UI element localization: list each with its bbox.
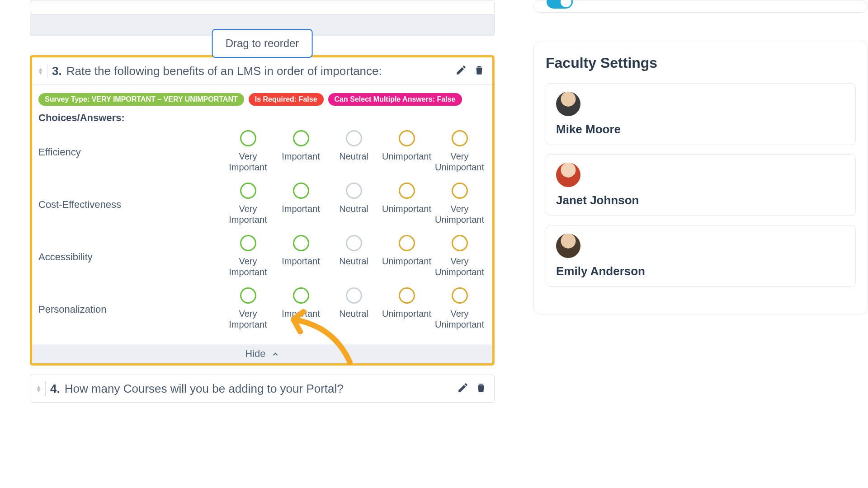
rating-option[interactable]: VeryUnimportant — [433, 183, 486, 225]
avatar — [556, 234, 580, 258]
radio-circle-icon — [346, 183, 362, 199]
question-card-4[interactable]: ▲▼ 4. How many Courses will you be addin… — [30, 375, 495, 403]
radio-circle-icon — [293, 235, 309, 251]
radio-circle-icon — [293, 183, 309, 199]
matrix-row: PersonalizationVeryImportantImportantNeu… — [38, 287, 486, 330]
faculty-settings-title: Faculty Settings — [546, 55, 856, 71]
radio-circle-icon — [293, 130, 309, 146]
question-number: 4. — [50, 382, 60, 396]
reorder-handle-icon[interactable]: ▲▼ — [37, 64, 47, 78]
rating-option[interactable]: Important — [274, 235, 327, 277]
badge-survey-type: Survey Type: VERY IMPORTANT – VERY UNIMP… — [38, 93, 244, 106]
delete-icon[interactable] — [475, 382, 487, 395]
toggle-switch[interactable] — [547, 0, 573, 9]
rating-option[interactable]: VeryImportant — [222, 235, 274, 277]
matrix-row-label: Cost-Effectiveness — [38, 183, 222, 211]
rating-option[interactable]: Important — [274, 183, 327, 225]
rating-option[interactable]: Important — [274, 287, 327, 330]
question-number: 3. — [52, 64, 62, 78]
rating-option[interactable]: VeryImportant — [222, 287, 274, 330]
rating-option-label: Important — [274, 256, 327, 267]
badge-multiple: Can Select Multiple Answers: False — [328, 93, 462, 106]
faculty-name: Emily Anderson — [556, 264, 845, 278]
drag-reorder-tooltip: Drag to reorder — [212, 29, 313, 58]
rating-option[interactable]: Neutral — [327, 287, 380, 330]
question-card-3[interactable]: ▲▼ 3. Rate the following benefits of an … — [30, 55, 495, 366]
matrix-row-label: Accessibility — [38, 235, 222, 263]
faculty-name: Janet Johnson — [556, 193, 845, 207]
matrix-row: EfficiencyVeryImportantImportantNeutralU… — [38, 130, 486, 173]
hide-button[interactable]: Hide — [32, 344, 492, 363]
question-header: ▲▼ 3. Rate the following benefits of an … — [32, 57, 492, 85]
chevron-up-icon — [271, 350, 279, 358]
rating-option[interactable]: Unimportant — [380, 183, 433, 225]
previous-question-footer: Drag to reorder — [30, 14, 495, 36]
rating-option-label: VeryUnimportant — [433, 151, 486, 173]
radio-circle-icon — [452, 287, 468, 304]
rating-option-label: Neutral — [327, 256, 380, 267]
radio-circle-icon — [452, 130, 468, 146]
question-text: How many Courses will you be adding to y… — [65, 382, 457, 396]
rating-option[interactable]: VeryImportant — [222, 183, 274, 225]
faculty-card[interactable]: Mike Moore — [546, 83, 856, 145]
toggle-panel — [533, 0, 868, 13]
edit-icon[interactable] — [457, 382, 469, 395]
rating-option[interactable]: VeryUnimportant — [433, 130, 486, 173]
question-text: Rate the following benefits of an LMS in… — [66, 64, 455, 78]
edit-icon[interactable] — [455, 64, 467, 78]
rating-option[interactable]: VeryImportant — [222, 130, 274, 173]
faculty-settings-panel: Faculty Settings Mike MooreJanet Johnson… — [533, 41, 868, 314]
rating-option-label: VeryImportant — [222, 308, 274, 330]
radio-circle-icon — [293, 287, 309, 304]
matrix-row-label: Efficiency — [38, 130, 222, 158]
radio-circle-icon — [240, 235, 256, 251]
choices-heading: Choices/Answers: — [38, 112, 486, 124]
badge-required: Is Required: False — [249, 93, 324, 106]
reorder-handle-icon[interactable]: ▲▼ — [35, 381, 46, 396]
avatar — [556, 163, 580, 187]
rating-option[interactable]: Unimportant — [380, 130, 433, 173]
rating-option-label: VeryImportant — [222, 256, 274, 277]
radio-circle-icon — [452, 235, 468, 251]
rating-option[interactable]: Neutral — [327, 130, 380, 173]
rating-option[interactable]: Unimportant — [380, 287, 433, 330]
rating-option-label: Unimportant — [380, 151, 433, 162]
radio-circle-icon — [240, 287, 256, 304]
rating-option[interactable]: Neutral — [327, 183, 380, 225]
rating-option-label: Neutral — [327, 151, 380, 162]
radio-circle-icon — [452, 183, 468, 199]
previous-question-card — [30, 0, 495, 14]
rating-option-label: Important — [274, 203, 327, 214]
matrix-row: Cost-EffectivenessVeryImportantImportant… — [38, 183, 486, 225]
radio-circle-icon — [399, 287, 415, 304]
rating-option-label: Neutral — [327, 308, 380, 319]
rating-option[interactable]: Neutral — [327, 235, 380, 277]
radio-circle-icon — [399, 235, 415, 251]
rating-option-label: VeryUnimportant — [433, 203, 486, 225]
rating-option[interactable]: VeryUnimportant — [433, 287, 486, 330]
rating-option-label: VeryUnimportant — [433, 256, 486, 277]
delete-icon[interactable] — [473, 64, 485, 78]
matrix-row-label: Personalization — [38, 287, 222, 315]
avatar — [556, 92, 580, 116]
rating-option-label: Unimportant — [380, 203, 433, 214]
rating-option-label: Important — [274, 308, 327, 319]
matrix-grid: EfficiencyVeryImportantImportantNeutralU… — [38, 130, 486, 330]
faculty-card[interactable]: Janet Johnson — [546, 154, 856, 216]
radio-circle-icon — [240, 130, 256, 146]
radio-circle-icon — [399, 130, 415, 146]
rating-option[interactable]: Unimportant — [380, 235, 433, 277]
faculty-name: Mike Moore — [556, 122, 845, 136]
rating-option-label: VeryUnimportant — [433, 308, 486, 330]
radio-circle-icon — [399, 183, 415, 199]
rating-option[interactable]: VeryUnimportant — [433, 235, 486, 277]
rating-option-label: Unimportant — [380, 256, 433, 267]
rating-option-label: Neutral — [327, 203, 380, 214]
rating-option-label: Unimportant — [380, 308, 433, 319]
rating-option-label: VeryImportant — [222, 151, 274, 173]
rating-option-label: Important — [274, 151, 327, 162]
faculty-card[interactable]: Emily Anderson — [546, 225, 856, 287]
rating-option[interactable]: Important — [274, 130, 327, 173]
radio-circle-icon — [346, 235, 362, 251]
matrix-row: AccessibilityVeryImportantImportantNeutr… — [38, 235, 486, 277]
